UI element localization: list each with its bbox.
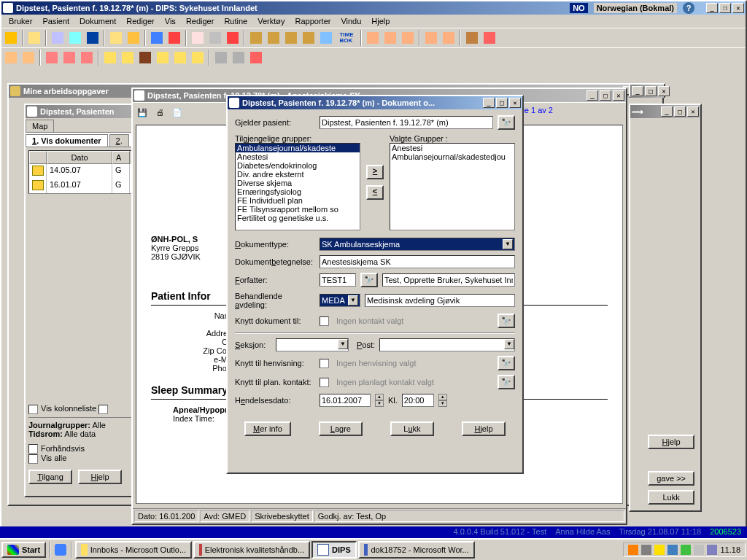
tray-icon[interactable] bbox=[707, 545, 717, 555]
tb-icon[interactable] bbox=[166, 30, 182, 46]
hjelp-button[interactable]: Hjelp bbox=[78, 470, 122, 484]
checkbox[interactable] bbox=[98, 405, 108, 414]
dokumenttype-select[interactable]: SK Ambulanseskjema▼ bbox=[320, 238, 515, 251]
tb-icon[interactable] bbox=[190, 30, 206, 46]
menu-bruker[interactable]: Bruker bbox=[4, 16, 36, 26]
dokumentbetegnelse-input[interactable] bbox=[320, 255, 515, 268]
pin-icon[interactable]: ⟿ bbox=[632, 107, 643, 117]
tb-icon[interactable] bbox=[149, 30, 165, 46]
tb-icon[interactable] bbox=[108, 30, 124, 46]
maximize-button[interactable]: □ bbox=[600, 90, 611, 101]
tilgang-button[interactable]: Tilgang bbox=[28, 470, 72, 484]
app-minimize-button[interactable]: _ bbox=[706, 3, 718, 13]
search-plan-button[interactable]: 🔭 bbox=[498, 375, 515, 389]
language-indicator[interactable]: NO bbox=[570, 3, 588, 13]
lukk-button[interactable]: Lukk bbox=[390, 421, 434, 436]
tb-icon[interactable] bbox=[172, 50, 188, 66]
search-patient-button[interactable]: 🔭 bbox=[498, 115, 515, 130]
search-kontakt-button[interactable]: 🔭 bbox=[498, 314, 515, 328]
tb-icon[interactable] bbox=[464, 30, 480, 46]
vis-kolonneliste-checkbox[interactable] bbox=[28, 405, 38, 414]
list-item[interactable]: Fertilitet og genetiske u.s. bbox=[236, 214, 360, 222]
hjelp-button[interactable]: Hjelp bbox=[648, 435, 694, 449]
menu-rediger2[interactable]: Rediger bbox=[182, 16, 219, 26]
save-icon[interactable]: 💾 bbox=[134, 104, 150, 120]
app-close-button[interactable]: ✕ bbox=[732, 3, 744, 13]
doc-icon[interactable]: 📄 bbox=[169, 104, 185, 120]
tb-icon[interactable] bbox=[26, 30, 42, 46]
selected-groups-listbox[interactable]: Anestesi Ambulansejournal/skadestedjou bbox=[390, 143, 515, 230]
tb-icon[interactable] bbox=[85, 30, 101, 46]
help-icon[interactable]: ? bbox=[683, 2, 694, 14]
tab-vis-dokumenter[interactable]: 1. Vis dokumenter bbox=[26, 134, 108, 147]
knytt-henvisning-checkbox[interactable] bbox=[320, 359, 329, 368]
tb-icon[interactable] bbox=[3, 50, 19, 66]
tb-icon[interactable] bbox=[79, 50, 95, 66]
menu-rapporter[interactable]: Rapporter bbox=[291, 16, 336, 26]
tray-icon[interactable] bbox=[681, 545, 691, 555]
tab-2[interactable]: 2. bbox=[109, 134, 129, 147]
tb-icon[interactable] bbox=[365, 30, 381, 46]
tab-map[interactable]: Map bbox=[26, 120, 54, 132]
tb-icon[interactable] bbox=[318, 30, 334, 46]
behandlende-code-select[interactable]: MEDA▼ bbox=[320, 294, 360, 307]
tb-icon[interactable] bbox=[423, 30, 439, 46]
tb-icon[interactable] bbox=[44, 50, 60, 66]
date-spin-up[interactable]: ▲ bbox=[375, 394, 384, 400]
app-restore-button[interactable]: ❐ bbox=[719, 3, 731, 13]
minimize-button[interactable]: _ bbox=[632, 86, 643, 96]
tb-icon[interactable] bbox=[155, 50, 171, 66]
col-icon[interactable] bbox=[29, 151, 47, 164]
search-forfatter-button[interactable]: 🔭 bbox=[360, 273, 378, 287]
list-item[interactable]: Ambulansejournal/skadestedjou bbox=[390, 152, 514, 161]
available-groups-listbox[interactable]: Ambulansejournal/skadeste Anestesi Diabe… bbox=[235, 143, 360, 230]
maximize-button[interactable]: □ bbox=[496, 98, 508, 108]
col-a[interactable]: A bbox=[112, 151, 130, 164]
tb-icon[interactable] bbox=[400, 30, 416, 46]
kl-input[interactable] bbox=[402, 394, 434, 407]
tb-icon[interactable] bbox=[248, 30, 264, 46]
menu-rutine[interactable]: Rutine bbox=[220, 16, 252, 26]
lukk-button[interactable]: Lukk bbox=[648, 490, 694, 505]
tb-icon[interactable] bbox=[120, 50, 136, 66]
tb-icon[interactable] bbox=[382, 30, 398, 46]
tb-icon[interactable] bbox=[301, 30, 317, 46]
list-item[interactable]: Ambulansejournal/skadeste bbox=[236, 144, 360, 152]
post-select[interactable]: ▼ bbox=[379, 338, 515, 351]
tb-icon[interactable] bbox=[481, 30, 498, 46]
menu-hjelp[interactable]: Hjelp bbox=[367, 16, 394, 26]
menu-pasient[interactable]: Pasient bbox=[38, 16, 74, 26]
hendelsesdato-input[interactable] bbox=[320, 394, 371, 407]
tb-icon[interactable] bbox=[125, 30, 142, 46]
tb-icon[interactable] bbox=[283, 30, 299, 46]
tb-icon[interactable] bbox=[207, 30, 223, 46]
tb-icon[interactable] bbox=[50, 30, 66, 46]
behandlende-name-input[interactable] bbox=[365, 294, 515, 307]
close-button[interactable]: ✕ bbox=[687, 106, 699, 117]
right-panel-titlebar[interactable]: ⟿ _ □ ✕ bbox=[630, 105, 700, 118]
add-group-button[interactable]: > bbox=[366, 165, 384, 179]
minimize-button[interactable]: _ bbox=[483, 98, 495, 108]
taskbar-item-word[interactable]: dok18752 - Microsoft Wor... bbox=[358, 541, 475, 559]
time-spin-up[interactable]: ▲ bbox=[438, 394, 447, 400]
menu-verktoy[interactable]: Verktøy bbox=[253, 16, 289, 26]
maximize-button[interactable]: □ bbox=[645, 86, 657, 96]
mer-info-button[interactable]: Mer info bbox=[244, 421, 291, 436]
list-item[interactable]: Diabetes/endokrinolog bbox=[236, 161, 360, 170]
lagre-button[interactable]: Lagre bbox=[319, 421, 363, 436]
tray-icon[interactable] bbox=[641, 545, 651, 555]
knytt-plan-checkbox[interactable] bbox=[320, 378, 329, 387]
quicklaunch-icon[interactable] bbox=[53, 542, 68, 557]
menu-vindu[interactable]: Vindu bbox=[336, 16, 365, 26]
menu-rediger[interactable]: Rediger bbox=[122, 16, 159, 26]
gjelder-pasient-input[interactable] bbox=[320, 116, 493, 129]
date-spin-down[interactable]: ▼ bbox=[375, 400, 384, 407]
hjelp-button[interactable]: Hjelp bbox=[462, 421, 506, 436]
vis-alle-checkbox[interactable] bbox=[28, 454, 38, 464]
close-button[interactable]: ✕ bbox=[509, 98, 521, 108]
tb-icon[interactable] bbox=[266, 30, 282, 46]
tb-icon[interactable] bbox=[248, 50, 264, 66]
start-button[interactable]: Start bbox=[1, 542, 46, 558]
list-item[interactable]: Diverse skjema bbox=[236, 179, 360, 187]
list-item[interactable]: Anestesi bbox=[390, 144, 514, 152]
